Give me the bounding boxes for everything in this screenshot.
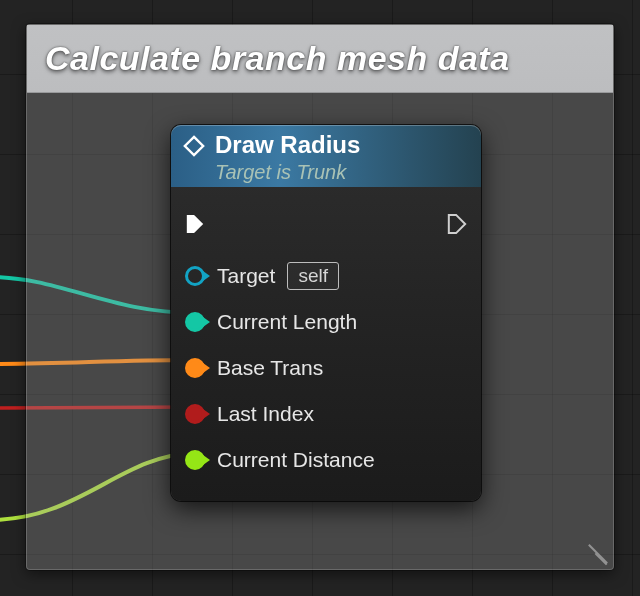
pin-label: Base Trans — [217, 356, 323, 380]
function-node-draw-radius[interactable]: Draw Radius Target is Trunk Target self — [171, 125, 481, 501]
pin-row-current-length: Current Length — [185, 299, 467, 345]
current-distance-pin[interactable] — [185, 450, 205, 470]
pin-label: Current Length — [217, 310, 357, 334]
pin-label: Current Distance — [217, 448, 375, 472]
resize-grip-icon[interactable] — [583, 539, 607, 563]
exec-in-pin[interactable] — [185, 214, 205, 234]
pin-row-base-trans: Base Trans — [185, 345, 467, 391]
pin-label: Target — [217, 264, 275, 288]
pin-row-last-index: Last Index — [185, 391, 467, 437]
pin-label: Last Index — [217, 402, 314, 426]
target-default-chip[interactable]: self — [287, 262, 339, 290]
node-subtitle: Target is Trunk — [215, 161, 360, 184]
node-title: Draw Radius — [215, 131, 360, 159]
pin-row-current-distance: Current Distance — [185, 437, 467, 483]
exec-row — [185, 201, 467, 247]
node-body: Target self Current Length Base Trans La… — [171, 187, 481, 501]
comment-title[interactable]: Calculate branch mesh data — [27, 25, 613, 93]
current-length-pin[interactable] — [185, 312, 205, 332]
last-index-pin[interactable] — [185, 404, 205, 424]
exec-out-pin[interactable] — [447, 214, 467, 234]
base-trans-pin[interactable] — [185, 358, 205, 378]
pin-row-target: Target self — [185, 253, 467, 299]
function-node-icon — [183, 135, 205, 157]
node-header[interactable]: Draw Radius Target is Trunk — [171, 125, 481, 187]
target-pin[interactable] — [185, 266, 205, 286]
